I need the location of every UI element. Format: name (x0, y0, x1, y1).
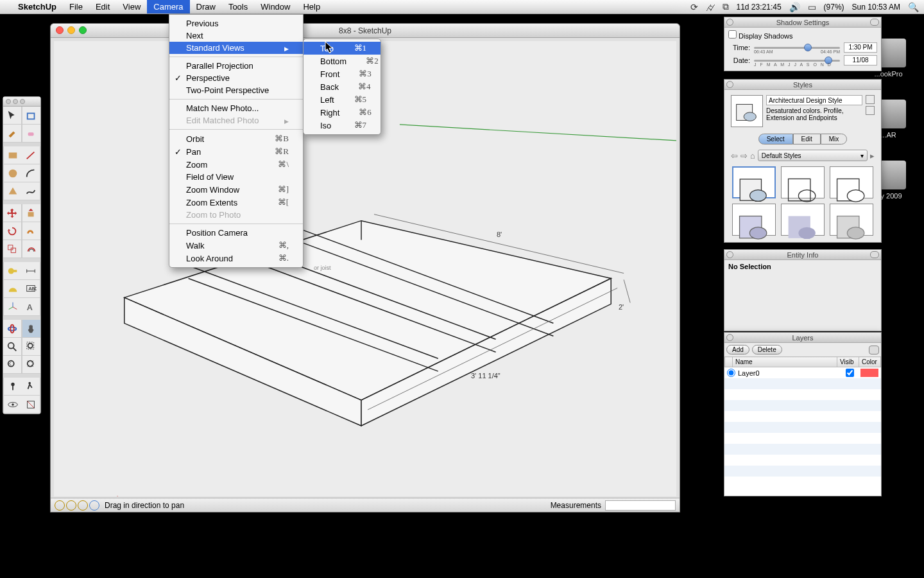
layer-color-swatch[interactable] (860, 369, 878, 377)
home-icon[interactable]: ⌂ (750, 151, 755, 161)
active-layer-radio[interactable] (727, 369, 735, 377)
nav-back-icon[interactable]: ⇦ (731, 151, 738, 161)
zoom-previous-tool[interactable] (3, 356, 22, 374)
status-icon[interactable] (78, 500, 88, 511)
collection-dropdown[interactable]: Default Styles▾ (758, 150, 868, 161)
menu-help[interactable]: Help (296, 0, 327, 13)
menu-item-walk[interactable]: Walk⌘, (169, 239, 303, 252)
position-camera-tool[interactable] (3, 378, 22, 396)
text-tool[interactable]: ABC (22, 280, 40, 298)
details-icon[interactable]: ▸ (870, 151, 875, 161)
polygon-tool[interactable] (3, 182, 22, 200)
add-layer-button[interactable]: Add (726, 345, 749, 355)
menu-draw[interactable]: Draw (190, 0, 222, 13)
menu-item-look-around[interactable]: Look Around⌘. (169, 252, 303, 265)
menu-item-fov[interactable]: Field of View (169, 171, 303, 183)
collapse-button[interactable] (726, 19, 733, 26)
clock-text[interactable]: Sun 10:53 AM (852, 3, 900, 12)
menu-file[interactable]: File (63, 0, 89, 13)
layer-visible-checkbox[interactable] (846, 369, 854, 377)
measurements-input[interactable] (605, 500, 676, 511)
menu-view[interactable]: View (116, 0, 147, 13)
menu-window[interactable]: Window (254, 0, 296, 13)
volume-icon[interactable]: 🔊 (789, 2, 800, 12)
menu-item-next[interactable]: Next (169, 30, 303, 42)
submenu-item-iso[interactable]: Iso⌘7 (304, 119, 381, 132)
menu-item-perspective[interactable]: Perspective (169, 72, 303, 84)
menu-item-match-photo[interactable]: Match New Photo... (169, 102, 303, 114)
sync-icon[interactable]: ⟳ (690, 2, 698, 12)
menu-item-zoom-extents[interactable]: Zoom Extents⌘[ (169, 196, 303, 209)
offset-tool[interactable] (22, 240, 40, 258)
nav-fwd-icon[interactable]: ⇨ (740, 151, 748, 161)
axes-tool[interactable] (3, 298, 22, 316)
collapse-button[interactable] (726, 251, 733, 258)
menu-item-orbit[interactable]: Orbit⌘B (169, 132, 303, 145)
style-thumb[interactable] (732, 204, 776, 236)
layer-name[interactable]: Layer0 (738, 369, 839, 377)
menu-item-pan[interactable]: Pan⌘R (169, 145, 303, 158)
tape-tool[interactable] (3, 262, 22, 280)
freehand-tool[interactable] (22, 182, 40, 200)
menu-item-zoom[interactable]: Zoom⌘\ (169, 158, 303, 171)
date-value[interactable]: 11/08 (844, 55, 877, 66)
style-thumb[interactable] (732, 166, 776, 198)
menu-item-parallel[interactable]: Parallel Projection (169, 60, 303, 72)
expand-toggle[interactable] (870, 251, 879, 258)
menu-item-zoom-window[interactable]: Zoom Window⌘] (169, 183, 303, 196)
col-color[interactable]: Color (859, 357, 881, 367)
menu-item-two-point[interactable]: Two-Point Perspective (169, 84, 303, 96)
col-visible[interactable]: Visib (837, 357, 859, 367)
arc-tool[interactable] (22, 164, 40, 182)
component-tool[interactable] (22, 107, 40, 125)
style-thumb[interactable] (781, 204, 825, 236)
collapse-button[interactable] (726, 81, 733, 88)
minimize-button[interactable] (67, 26, 75, 34)
style-new-icon[interactable] (866, 95, 875, 104)
palette-titlebar[interactable] (3, 97, 40, 107)
shadow-settings-panel[interactable]: Shadow Settings Display Shadows Time: 06… (724, 17, 882, 71)
rotate-tool[interactable] (3, 222, 22, 240)
submenu-item-bottom[interactable]: Bottom⌘2 (304, 55, 381, 67)
paint-tool[interactable] (3, 125, 22, 143)
menu-tools[interactable]: Tools (222, 0, 254, 13)
eraser-tool[interactable] (22, 125, 40, 143)
tool-palette[interactable]: ABC A (3, 96, 41, 414)
zoom-tool[interactable] (3, 338, 22, 356)
menu-edit[interactable]: Edit (89, 0, 116, 13)
layer-row[interactable]: Layer0 (724, 367, 881, 378)
walk-tool[interactable] (22, 378, 40, 396)
pan-tool[interactable] (22, 320, 40, 338)
time-slider[interactable]: 06:43 AM 04:46 PM (754, 43, 840, 52)
tab-mix[interactable]: Mix (821, 134, 848, 144)
time-value[interactable]: 1:30 PM (844, 42, 877, 53)
menu-item-standard-views[interactable]: Standard Views (169, 42, 303, 54)
layer-options-icon[interactable] (869, 346, 879, 355)
status-icon[interactable] (66, 500, 76, 511)
pushpull-tool[interactable] (22, 204, 40, 222)
tab-select[interactable]: Select (758, 134, 793, 144)
zoom-extents-tool[interactable] (22, 356, 40, 374)
style-name-input[interactable] (766, 95, 862, 105)
circle-tool[interactable] (3, 164, 22, 182)
menu-item-position-camera[interactable]: Position Camera (169, 227, 303, 239)
styles-panel[interactable]: Styles Desaturated colors. Profile, Exte… (724, 79, 882, 243)
help-icon[interactable] (89, 500, 99, 511)
spotlight-icon[interactable]: 🔍 (908, 2, 919, 12)
dimension-tool[interactable] (22, 262, 40, 280)
rectangle-tool[interactable] (3, 146, 22, 164)
submenu-item-right[interactable]: Right⌘6 (304, 106, 381, 119)
look-around-tool[interactable] (3, 396, 22, 414)
orbit-tool[interactable] (3, 320, 22, 338)
style-thumb[interactable] (781, 166, 825, 198)
battery-icon[interactable]: ▭ (808, 2, 816, 12)
menu-item-previous[interactable]: Previous (169, 17, 303, 30)
bluetooth-icon[interactable]: ⌭ (706, 2, 715, 12)
followme-tool[interactable] (22, 222, 40, 240)
3dtext-tool[interactable]: A (22, 298, 40, 316)
tab-edit[interactable]: Edit (793, 134, 821, 144)
menu-camera[interactable]: Camera (147, 0, 189, 13)
entity-info-panel[interactable]: Entity Info No Selection (724, 249, 882, 331)
window-titlebar[interactable]: 8x8 - SketchUp (51, 24, 680, 38)
layers-panel[interactable]: Layers Add Delete Name Visib Color Layer… (724, 332, 882, 496)
